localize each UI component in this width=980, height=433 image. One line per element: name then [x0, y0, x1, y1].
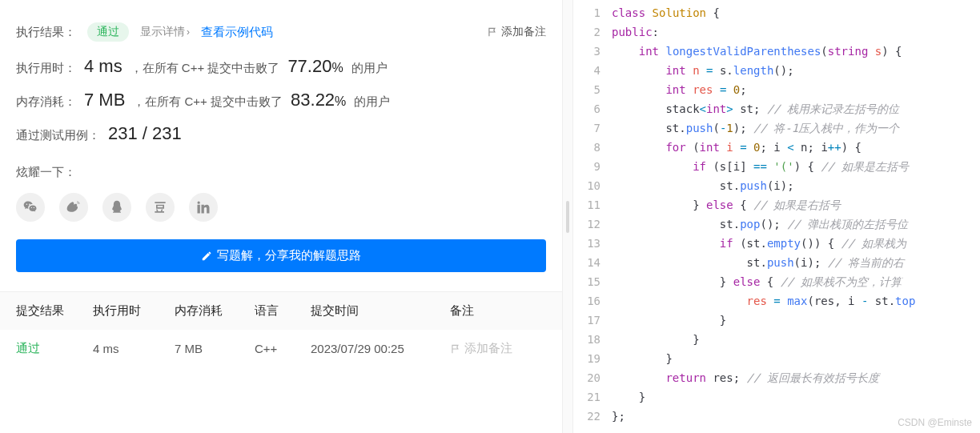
memory-value: 7 MB [84, 90, 125, 110]
runtime-percent: 77.20% [287, 56, 343, 77]
add-note-link[interactable]: 添加备注 [487, 25, 546, 39]
row-status: 通过 [16, 341, 93, 356]
code-editor[interactable]: 12345678910111213141516171819202122 clas… [573, 0, 980, 433]
result-header: 执行结果： 通过 显示详情› 查看示例代码 添加备注 [16, 8, 546, 50]
line-gutter: 12345678910111213141516171819202122 [573, 3, 612, 433]
row-memory: 7 MB [175, 342, 255, 355]
runtime-value: 4 ms [84, 56, 122, 77]
row-note[interactable]: 添加备注 [450, 341, 546, 356]
flag-icon [487, 26, 498, 38]
wechat-icon[interactable] [16, 193, 45, 222]
flag-icon [450, 343, 461, 355]
table-row[interactable]: 通过 4 ms 7 MB C++ 2023/07/29 00:25 添加备注 [0, 330, 562, 367]
linkedin-icon[interactable] [189, 193, 218, 222]
split-divider[interactable] [562, 0, 573, 433]
weibo-icon[interactable] [59, 193, 88, 222]
results-panel: 执行结果： 通过 显示详情› 查看示例代码 添加备注 执行用时： 4 ms ，在… [0, 0, 562, 433]
table-header: 提交结果 执行用时 内存消耗 语言 提交时间 备注 [0, 292, 562, 330]
status-badge: 通过 [87, 22, 129, 42]
share-label: 炫耀一下： [16, 150, 546, 186]
show-detail-link[interactable]: 显示详情› [140, 25, 190, 39]
chevron-right-icon: › [187, 26, 190, 38]
row-time: 2023/07/29 00:25 [311, 342, 450, 355]
douban-icon[interactable] [146, 193, 175, 222]
testcases-row: 通过测试用例： 231 / 231 [16, 117, 546, 150]
row-lang: C++ [255, 342, 311, 355]
memory-percent: 83.22% [291, 90, 346, 110]
submissions-table: 提交结果 执行用时 内存消耗 语言 提交时间 备注 通过 4 ms 7 MB C… [0, 291, 562, 367]
view-example-link[interactable]: 查看示例代码 [201, 25, 273, 40]
write-solution-button[interactable]: 写题解，分享我的解题思路 [16, 239, 546, 272]
runtime-row: 执行用时： 4 ms ，在所有 C++ 提交中击败了 77.20% 的用户 [16, 50, 546, 83]
watermark: CSDN @Eminste [898, 417, 972, 428]
code-content[interactable]: class Solution {public: int longestValid… [612, 3, 980, 433]
pen-icon [201, 251, 212, 262]
row-runtime: 4 ms [93, 342, 175, 355]
testcases-value: 231 / 231 [108, 123, 182, 144]
result-label: 执行结果： [16, 25, 76, 40]
qq-icon[interactable] [102, 193, 131, 222]
social-row [16, 186, 546, 239]
memory-row: 内存消耗： 7 MB ，在所有 C++ 提交中击败了 83.22% 的用户 [16, 83, 546, 117]
